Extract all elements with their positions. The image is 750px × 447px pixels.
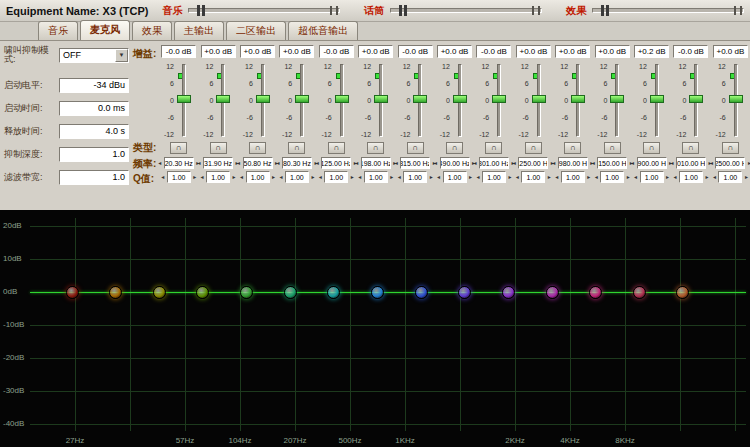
eq-freq-value[interactable]: 490.00 Hz [440, 157, 470, 169]
freq-decrement-button[interactable]: ◂ [708, 157, 714, 169]
eq-q-value[interactable]: 1.00 [246, 171, 270, 183]
tab-mic[interactable]: 麦克风 [80, 20, 130, 40]
field-bandwidth-input[interactable]: 1.0 [59, 170, 129, 185]
slider-thumb[interactable] [571, 95, 585, 103]
eq-gain-value[interactable]: +0.0 dB [437, 45, 472, 58]
q-increment-button[interactable]: ▸ [271, 171, 277, 183]
q-decrement-button[interactable]: ◂ [160, 171, 166, 183]
q-increment-button[interactable]: ▸ [468, 171, 474, 183]
freq-decrement-button[interactable]: ◂ [669, 157, 675, 169]
eq-node-12[interactable] [546, 286, 559, 299]
slider-track[interactable] [221, 64, 225, 137]
eq-node-3[interactable] [153, 286, 166, 299]
tab-music[interactable]: 音乐 [38, 21, 78, 40]
eq-freq-value[interactable]: 125.00 Hz [321, 157, 351, 169]
slider-thumb[interactable] [374, 95, 388, 103]
freq-decrement-button[interactable]: ◂ [433, 157, 439, 169]
eq-q-value[interactable]: 1.00 [718, 171, 742, 183]
slider-track[interactable] [537, 64, 541, 137]
slider-track[interactable] [694, 64, 698, 137]
freq-decrement-button[interactable]: ◂ [314, 157, 320, 169]
eq-type-button[interactable]: ∩ [446, 142, 463, 154]
eq-q-value[interactable]: 1.00 [324, 171, 348, 183]
slider-thumb[interactable] [689, 95, 703, 103]
eq-type-button[interactable]: ∩ [407, 142, 424, 154]
eq-q-value[interactable]: 1.00 [600, 171, 624, 183]
freq-decrement-button[interactable]: ◂ [275, 157, 281, 169]
eq-type-button[interactable]: ∩ [525, 142, 542, 154]
q-decrement-button[interactable]: ◂ [475, 171, 481, 183]
q-increment-button[interactable]: ▸ [192, 171, 198, 183]
eq-node-14[interactable] [633, 286, 646, 299]
eq-q-value[interactable]: 1.00 [167, 171, 191, 183]
q-decrement-button[interactable]: ◂ [436, 171, 442, 183]
slider-track[interactable] [379, 64, 383, 137]
volume-slider-track-music[interactable] [188, 8, 340, 13]
slider-thumb[interactable] [492, 95, 506, 103]
q-increment-button[interactable]: ▸ [743, 171, 749, 183]
slider-track[interactable] [655, 64, 659, 137]
freq-decrement-button[interactable]: ◂ [511, 157, 517, 169]
eq-freq-value[interactable]: 31.90 Hz [203, 157, 233, 169]
slider-track[interactable] [182, 64, 186, 137]
eq-node-13[interactable] [589, 286, 602, 299]
q-decrement-button[interactable]: ◂ [672, 171, 678, 183]
eq-q-value[interactable]: 1.00 [364, 171, 388, 183]
slider-thumb[interactable] [335, 95, 349, 103]
eq-freq-value[interactable]: 50.80 Hz [243, 157, 273, 169]
eq-freq-value[interactable]: 198.00 Hz [361, 157, 391, 169]
slider-track[interactable] [615, 64, 619, 137]
eq-node-2[interactable] [109, 286, 122, 299]
eq-type-button[interactable]: ∩ [682, 142, 699, 154]
eq-q-value[interactable]: 1.00 [482, 171, 506, 183]
slider-track[interactable] [340, 64, 344, 137]
q-increment-button[interactable]: ▸ [586, 171, 592, 183]
q-decrement-button[interactable]: ◂ [514, 171, 520, 183]
field-mode-dropdown[interactable]: OFF▼ [59, 48, 129, 63]
eq-type-button[interactable]: ∩ [722, 142, 739, 154]
eq-freq-value[interactable]: 12500.00 Hz [715, 157, 745, 169]
eq-q-value[interactable]: 1.00 [561, 171, 585, 183]
freq-decrement-button[interactable]: ◂ [630, 157, 636, 169]
eq-freq-value[interactable]: 1250.00 Hz [518, 157, 548, 169]
eq-gain-value[interactable]: +0.0 dB [595, 45, 630, 58]
eq-q-value[interactable]: 1.00 [521, 171, 545, 183]
tab-main-out[interactable]: 主输出 [174, 21, 224, 40]
eq-q-value[interactable]: 1.00 [206, 171, 230, 183]
eq-type-button[interactable]: ∩ [485, 142, 502, 154]
q-increment-button[interactable]: ▸ [231, 171, 237, 183]
slider-thumb[interactable] [729, 95, 743, 103]
slider-track[interactable] [300, 64, 304, 137]
freq-decrement-button[interactable]: ◂ [551, 157, 557, 169]
eq-q-value[interactable]: 1.00 [640, 171, 664, 183]
eq-q-value[interactable]: 1.00 [679, 171, 703, 183]
eq-gain-value[interactable]: -0.0 dB [161, 45, 196, 58]
q-decrement-button[interactable]: ◂ [239, 171, 245, 183]
eq-node-7[interactable] [327, 286, 340, 299]
slider-thumb[interactable] [256, 95, 270, 103]
q-decrement-button[interactable]: ◂ [199, 171, 205, 183]
eq-gain-value[interactable]: +0.0 dB [358, 45, 393, 58]
q-increment-button[interactable]: ▸ [507, 171, 513, 183]
field-release-time-input[interactable]: 4.0 s [59, 124, 129, 139]
eq-node-11[interactable] [502, 286, 515, 299]
eq-type-button[interactable]: ∩ [564, 142, 581, 154]
eq-type-button[interactable]: ∩ [328, 142, 345, 154]
eq-node-10[interactable] [458, 286, 471, 299]
q-increment-button[interactable]: ▸ [704, 171, 710, 183]
eq-gain-value[interactable]: +0.0 dB [516, 45, 551, 58]
eq-node-8[interactable] [371, 286, 384, 299]
q-decrement-button[interactable]: ◂ [633, 171, 639, 183]
freq-increment-button[interactable]: ▸ [746, 157, 750, 169]
q-increment-button[interactable]: ▸ [310, 171, 316, 183]
eq-node-4[interactable] [196, 286, 209, 299]
eq-gain-value[interactable]: +0.2 dB [634, 45, 669, 58]
q-increment-button[interactable]: ▸ [665, 171, 671, 183]
tab-sub-out[interactable]: 超低音输出 [288, 21, 358, 40]
eq-freq-value[interactable]: 8010.00 Hz [676, 157, 706, 169]
eq-q-value[interactable]: 1.00 [443, 171, 467, 183]
slider-track[interactable] [734, 64, 738, 137]
eq-type-button[interactable]: ∩ [249, 142, 266, 154]
slider-thumb[interactable] [610, 95, 624, 103]
eq-gain-value[interactable]: -0.0 dB [398, 45, 433, 58]
